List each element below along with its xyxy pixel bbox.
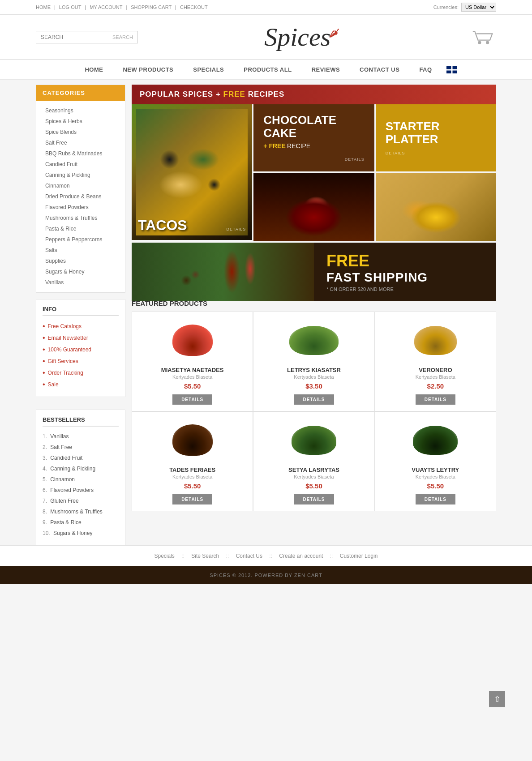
bestseller-item[interactable]: 8. Mushrooms & Truffles <box>43 506 119 517</box>
top-navigation: HOME | LOG OUT | MY ACCOUNT | SHOPPING C… <box>36 4 208 10</box>
logo-area: SEARCH Spices 🌶 <box>0 15 532 59</box>
info-link-gift[interactable]: Gift Services <box>48 358 78 364</box>
category-item[interactable]: Flavored Powders <box>36 202 125 213</box>
bestseller-item[interactable]: 4. Canning & Pickling <box>43 463 119 474</box>
category-item[interactable]: Sugars & Honey <box>36 266 125 277</box>
bestsellers-section: BESTSELLERS 1. Vanillas 2. Salt Free 3. … <box>36 410 125 545</box>
svg-point-0 <box>478 41 481 44</box>
language-flag[interactable] <box>446 66 457 73</box>
nav-home[interactable]: HOME <box>75 60 113 79</box>
site-title: Spices <box>264 22 330 51</box>
product-image-2 <box>287 320 341 360</box>
spice-pile-red <box>172 325 213 356</box>
nav-products-all[interactable]: PRODUCTS ALL <box>234 60 301 79</box>
shipping-sub-label: * ON ORDER $20 AND MORE <box>326 286 484 292</box>
info-item: 100% Guaranteed <box>43 344 119 355</box>
category-item[interactable]: Dried Produce & Beans <box>36 191 125 202</box>
category-item[interactable]: Canning & Pickling <box>36 170 125 180</box>
platter-image-cell <box>376 173 496 241</box>
footer-link-specials[interactable]: Specials <box>149 553 180 559</box>
chocolate-cake-banner[interactable]: CHOCOLATECAKE + FREE RECIPE DETAILS <box>253 104 374 171</box>
main-navigation: HOME NEW PRODUCTS SPECIALS PRODUCTS ALL … <box>0 59 532 80</box>
bestseller-item[interactable]: 9. Pasta & Rice <box>43 517 119 528</box>
category-item[interactable]: Cinnamon <box>36 180 125 191</box>
category-item[interactable]: Salts <box>36 245 125 256</box>
info-link-guarantee[interactable]: 100% Guaranteed <box>48 346 91 353</box>
search-button[interactable]: SEARCH <box>108 32 137 43</box>
category-item[interactable]: Supplies <box>36 256 125 266</box>
product-card-4: TADES FERIAES Kertyades Biaseta $5.50 DE… <box>132 412 253 511</box>
info-link-tracking[interactable]: Order Tracking <box>48 370 83 376</box>
category-item[interactable]: Spices & Herbs <box>36 116 125 127</box>
product-image-6 <box>408 420 462 460</box>
details-button-3[interactable]: DETAILS <box>416 394 455 405</box>
bestsellers-title: BESTSELLERS <box>43 416 119 427</box>
currency-select[interactable]: US Dollar <box>461 3 496 12</box>
details-button-5[interactable]: DETAILS <box>294 494 334 504</box>
category-item[interactable]: Candied Fruit <box>36 159 125 170</box>
info-item: Sale <box>43 379 119 390</box>
shipping-free-label: FREE FAST SHIPPING <box>326 252 484 285</box>
category-item[interactable]: Peppers & Peppercorns <box>36 234 125 245</box>
nav-contact[interactable]: CONTACT US <box>350 60 409 79</box>
bestseller-item[interactable]: 1. Vanillas <box>43 431 119 442</box>
details-button-1[interactable]: DETAILS <box>172 394 212 405</box>
bestseller-item[interactable]: 7. Gluten Free <box>43 496 119 506</box>
info-section: INFO Free Catalogs Email Newsletter 100%… <box>36 299 125 397</box>
categories-sidebar: CATEGORIES Seasonings Spices & Herbs Spi… <box>36 85 125 293</box>
cart-widget[interactable] <box>469 28 496 46</box>
bestseller-item[interactable]: 6. Flavored Powders <box>43 485 119 496</box>
category-item[interactable]: Salt Free <box>36 137 125 148</box>
product-price-3: $2.50 <box>427 382 444 390</box>
details-button-6[interactable]: DETAILS <box>416 494 455 504</box>
details-button-4[interactable]: DETAILS <box>172 494 212 504</box>
taco-banner[interactable]: TACOS DETAILS <box>132 104 252 240</box>
search-box: SEARCH <box>36 31 138 43</box>
category-item[interactable]: Pasta & Rice <box>36 223 125 234</box>
product-card-2: LETRYS KIASATSR Kertyades Biaseta $3.50 … <box>253 312 374 411</box>
categories-header: CATEGORIES <box>36 85 125 101</box>
product-name-1: MIASETYA NAETADES <box>161 367 224 373</box>
nav-specials[interactable]: SPECIALS <box>183 60 234 79</box>
spice-pile-tan <box>414 326 457 355</box>
starter-platter-banner[interactable]: STARTERPLATTER DETAILS <box>376 104 496 171</box>
info-item: Email Newsletter <box>43 332 119 344</box>
topnav-account[interactable]: MY ACCOUNT <box>90 4 122 10</box>
banner-free-text: FREE <box>223 90 245 98</box>
nav-reviews[interactable]: REVIEWS <box>302 60 350 79</box>
info-link-catalogs[interactable]: Free Catalogs <box>48 323 82 329</box>
bestsellers-list: 1. Vanillas 2. Salt Free 3. Candied Frui… <box>43 431 119 539</box>
bestseller-item[interactable]: 10. Sugars & Honey <box>43 528 119 539</box>
topnav-checkout[interactable]: CHECKOUT <box>180 4 208 10</box>
footer-link-search[interactable]: Site Search <box>186 553 224 559</box>
product-name-3: VERONERO <box>419 367 452 373</box>
topnav-cart[interactable]: SHOPPING CART <box>131 4 172 10</box>
footer-link-contact[interactable]: Contact Us <box>231 553 268 559</box>
search-input[interactable] <box>36 31 108 43</box>
nav-new-products[interactable]: NEW PRODUCTS <box>113 60 183 79</box>
topnav-logout[interactable]: LOG OUT <box>59 4 82 10</box>
product-price-2: $3.50 <box>305 382 322 390</box>
topnav-home[interactable]: HOME <box>36 4 51 10</box>
bestseller-item[interactable]: 5. Cinnamon <box>43 474 119 485</box>
footer-link-login[interactable]: Customer Login <box>335 553 383 559</box>
category-item[interactable]: Seasonings <box>36 105 125 116</box>
category-item[interactable]: Mushrooms & Truffles <box>36 213 125 223</box>
bestseller-item[interactable]: 3. Candied Fruit <box>43 453 119 463</box>
nav-faq[interactable]: FAQ <box>409 60 442 79</box>
info-link-newsletter[interactable]: Email Newsletter <box>48 335 88 341</box>
category-item[interactable]: BBQ Rubs & Marinades <box>36 148 125 159</box>
choc-free-recipe: + FREE RECIPE <box>263 142 364 150</box>
info-link-sale[interactable]: Sale <box>48 381 59 388</box>
category-item[interactable]: Vanillas <box>36 277 125 288</box>
cake-image-cell <box>253 173 374 241</box>
footer-copyright: SPICES © 2012. POWERED BY ZEN CART <box>210 573 322 578</box>
product-price-4: $5.50 <box>184 482 201 490</box>
product-card-5: SETYA LASRYTAS Kertyades Biaseta $5.50 D… <box>253 412 374 511</box>
taco-details: DETAILS <box>226 226 246 232</box>
category-item[interactable]: Spice Blends <box>36 127 125 137</box>
bestseller-item[interactable]: 2. Salt Free <box>43 442 119 453</box>
details-button-2[interactable]: DETAILS <box>294 394 334 405</box>
info-item: Gift Services <box>43 355 119 367</box>
footer-link-create-account[interactable]: Create an account <box>274 553 328 559</box>
